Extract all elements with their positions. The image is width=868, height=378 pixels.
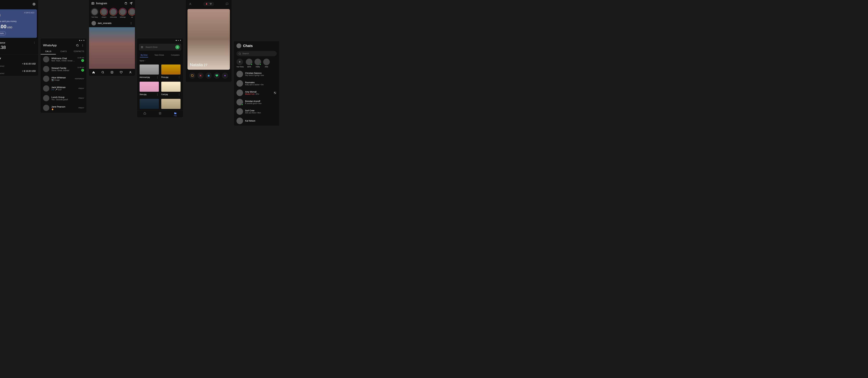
- avatar: [237, 117, 243, 124]
- drive-app: ■●▼ R My Drive Team Drives Computers Nam…: [137, 38, 183, 117]
- file-item[interactable]: [161, 99, 181, 109]
- add-icon[interactable]: [111, 71, 113, 74]
- more-icon[interactable]: [130, 22, 132, 25]
- svg-point-6: [83, 45, 83, 45]
- menu-icon[interactable]: [141, 46, 144, 48]
- nav-starred[interactable]: [159, 112, 161, 116]
- file-item[interactable]: [140, 99, 159, 109]
- svg-point-27: [239, 53, 241, 54]
- story-item[interactable]: bethanyp: [119, 8, 127, 18]
- chat-row[interactable]: Jane Pearson 🔥 FRIDAY: [41, 103, 87, 113]
- profile-icon[interactable]: [129, 71, 132, 74]
- close-icon: [199, 74, 202, 77]
- story-item[interactable]: Jarret: [246, 59, 252, 68]
- search-bar[interactable]: R: [139, 44, 181, 50]
- user-avatar[interactable]: R: [175, 45, 180, 49]
- search-input[interactable]: [146, 46, 173, 48]
- chat-row[interactable]: Stewart Family Steve: Great, thanks! 11:…: [41, 64, 87, 74]
- more-icon[interactable]: ⋮: [156, 76, 159, 79]
- chat-row[interactable]: Jack Whitman ✓✓ 🎤 0:07 FRIDAY: [41, 83, 87, 93]
- avatar[interactable]: [92, 21, 96, 26]
- nope-button[interactable]: [197, 72, 204, 79]
- payment-card[interactable]: 4 DAYS AGO nes, has sent you money 82.00…: [0, 9, 37, 38]
- heart-icon[interactable]: [120, 71, 123, 74]
- tab-calls[interactable]: CALLS: [41, 48, 56, 55]
- story-item[interactable]: as: [128, 8, 135, 18]
- search-input[interactable]: [242, 53, 268, 55]
- svg-rect-9: [125, 3, 127, 4]
- story-username: bethanyp: [119, 16, 127, 18]
- profile-card[interactable]: Natalia27: [187, 9, 230, 70]
- tab-chats[interactable]: CHATS: [56, 48, 71, 55]
- camera-icon[interactable]: [92, 2, 94, 5]
- gear-icon[interactable]: [33, 3, 35, 5]
- post-username[interactable]: dark_emeralds: [98, 22, 128, 25]
- file-item[interactable]: Card.jpg⋮: [161, 82, 181, 96]
- rewind-button[interactable]: [189, 72, 195, 79]
- post-image[interactable]: [89, 27, 135, 69]
- more-icon[interactable]: [81, 44, 84, 47]
- avatar: [237, 108, 243, 115]
- search-icon[interactable]: [101, 71, 104, 74]
- chat-icon[interactable]: [226, 3, 228, 5]
- chat-preview: See you there • Mon: [245, 112, 277, 114]
- avatar: [119, 8, 126, 15]
- more-icon[interactable]: ⋮: [156, 93, 159, 96]
- tab-team-drives[interactable]: Team Drives: [154, 53, 165, 58]
- whatsapp-app: ■●▼ WhatsApp CALLS CHATS CONTACTS Whitma…: [41, 38, 87, 113]
- chat-row[interactable]: Surf Crew See you there • Mon: [234, 107, 279, 116]
- chat-row[interactable]: Lunch Group You : Sounds good! FRIDAY: [41, 93, 87, 103]
- story-item[interactable]: Your Story: [91, 8, 98, 18]
- avatar: [100, 8, 107, 15]
- more-icon[interactable]: [33, 41, 36, 44]
- avatar: [237, 90, 243, 96]
- file-item[interactable]: Astronaut.jpg⋮: [140, 65, 159, 79]
- avatar: [237, 99, 243, 105]
- see-details-button[interactable]: ee Details: [0, 31, 6, 35]
- activity-row[interactable]: JamesMoney received + $ 82.00 USD: [0, 61, 38, 68]
- story-item[interactable]: ninaync: [100, 8, 108, 18]
- superlike-button[interactable]: [206, 72, 212, 79]
- paypal-app: 4 DAYS AGO nes, has sent you money 82.00…: [0, 0, 38, 76]
- chat-row[interactable]: Roomates Kelly sent a sticker • 9m: [234, 79, 279, 88]
- chat-preview: You : Sounds good!: [51, 99, 76, 101]
- activity-row[interactable]: EmilyMoney received + $ 16.00 USD: [0, 68, 38, 76]
- call-button[interactable]: [273, 91, 277, 95]
- chat-row[interactable]: Whitmans Chat Ned: Yeah, I think I know …: [41, 55, 87, 64]
- chat-row[interactable]: Christian Dalonzo Hey how's it going • n…: [234, 69, 279, 79]
- diamond-icon[interactable]: [209, 3, 212, 5]
- file-item[interactable]: Pizza.jpg⋮: [161, 65, 181, 79]
- search-bar[interactable]: [237, 51, 277, 56]
- like-button[interactable]: [214, 72, 220, 79]
- chat-row[interactable]: Amy Worrall Missed Call • 37m: [234, 88, 279, 98]
- search-icon: [239, 53, 241, 55]
- tab-contacts[interactable]: CONTACTS: [71, 48, 87, 55]
- nav-files[interactable]: Files: [174, 112, 177, 116]
- boost-button[interactable]: [222, 72, 228, 79]
- story-item[interactable]: Alice: [263, 59, 270, 68]
- send-icon[interactable]: [130, 2, 132, 5]
- svg-marker-26: [224, 75, 226, 77]
- chat-name: Surf Crew: [245, 109, 277, 112]
- unread-badge: 3: [81, 59, 84, 62]
- chat-row[interactable]: Brendan Aronoff K sounds good • now: [234, 98, 279, 107]
- story-item[interactable]: +Your Story: [237, 59, 244, 68]
- chat-row[interactable]: Alice Whitman 📷 Image YESTERDAY: [41, 74, 87, 83]
- file-item[interactable]: Stars.jpg⋮: [140, 82, 159, 96]
- nav-home[interactable]: [144, 112, 146, 116]
- home-icon[interactable]: [92, 71, 95, 74]
- more-icon[interactable]: ⋮: [178, 76, 181, 79]
- more-icon[interactable]: ⋮: [178, 93, 181, 96]
- tab-computers[interactable]: Computers: [170, 53, 180, 58]
- flame-icon[interactable]: [205, 3, 208, 5]
- tab-my-drive[interactable]: My Drive: [140, 53, 148, 58]
- avatar[interactable]: [237, 43, 241, 48]
- story-item[interactable]: chrisrobinp: [110, 8, 117, 18]
- tv-icon[interactable]: [124, 2, 127, 5]
- avatar: +: [237, 59, 243, 65]
- search-icon[interactable]: [76, 44, 79, 47]
- story-item[interactable]: Hailey: [254, 59, 261, 68]
- profile-icon[interactable]: [189, 3, 192, 5]
- chat-row[interactable]: Kat Nelson: [234, 116, 279, 126]
- sort-header[interactable]: Name ↑: [137, 59, 183, 63]
